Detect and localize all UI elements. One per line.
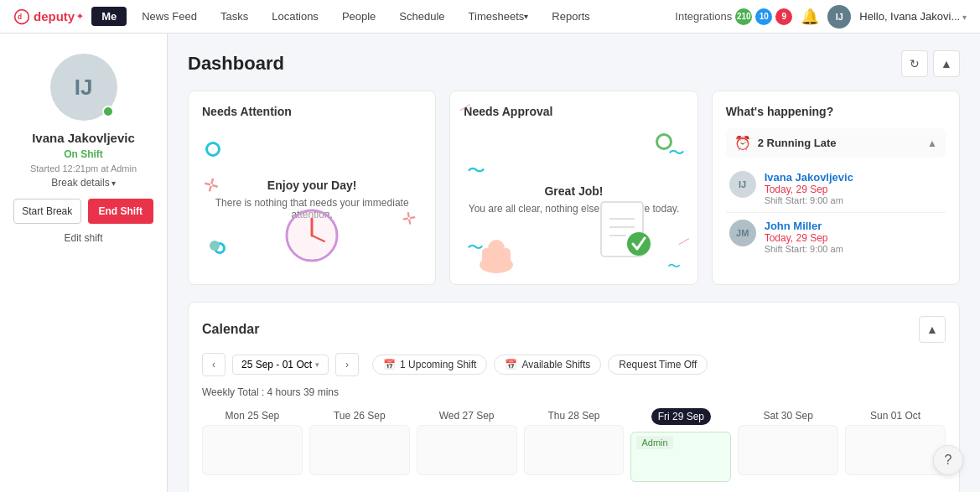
person-info-1: Ivana Jakovljevic Today, 29 Sep Shift St… bbox=[765, 171, 853, 205]
needs-approval-heading: Great Job! bbox=[544, 184, 603, 198]
start-break-button[interactable]: Start Break bbox=[13, 199, 81, 224]
cal-day-mon: Mon 25 Sep bbox=[202, 408, 303, 482]
online-indicator bbox=[102, 106, 114, 117]
logo[interactable]: d deputy ✦ bbox=[13, 8, 83, 25]
nav-people[interactable]: People bbox=[330, 0, 387, 34]
break-details-link[interactable]: Break details bbox=[51, 177, 115, 189]
shifts-icon: 📅 bbox=[505, 359, 517, 370]
logo-text: deputy bbox=[34, 9, 75, 23]
sidebar: IJ Ivana Jakovljevic On Shift Started 12… bbox=[0, 34, 168, 492]
cal-day-thu: Thu 28 Sep bbox=[524, 408, 625, 482]
clock-illustration bbox=[283, 206, 341, 267]
whats-happening-card: What's happening? ⏰ 2 Running Late ▲ IJ … bbox=[712, 91, 960, 285]
svg-point-10 bbox=[627, 232, 651, 256]
header-actions: ↻ ▲ bbox=[901, 50, 960, 77]
badge-blue: 10 bbox=[755, 8, 772, 25]
needs-approval-title: Needs Approval bbox=[464, 105, 683, 118]
person-name-1[interactable]: Ivana Jakovljevic bbox=[765, 171, 853, 184]
running-late-left: ⏰ 2 Running Late bbox=[734, 135, 837, 151]
person-row-2: JM John Miller Today, 29 Sep Shift Start… bbox=[726, 213, 946, 261]
person-avatar-1: IJ bbox=[729, 171, 756, 198]
upcoming-shift-pill[interactable]: 📅 1 Upcoming Shift bbox=[372, 355, 487, 375]
refresh-icon: ↻ bbox=[910, 57, 920, 70]
squiggle-2: 〜 bbox=[668, 142, 685, 164]
cal-day-sat-label: Sat 30 Sep bbox=[738, 408, 838, 422]
notification-icon[interactable]: 🔔 bbox=[801, 8, 819, 26]
cal-day-sun: Sun 01 Oct bbox=[845, 408, 946, 482]
nav-timesheets[interactable]: Timesheets bbox=[457, 0, 541, 34]
cal-day-sat: Sat 30 Sep bbox=[738, 408, 838, 482]
deco-dot bbox=[210, 241, 220, 251]
collapse-button[interactable]: ▲ bbox=[933, 50, 960, 77]
help-button[interactable]: ? bbox=[933, 445, 963, 475]
cal-day-wed-col bbox=[417, 425, 517, 475]
svg-rect-14 bbox=[502, 248, 511, 269]
person-shift-2: Shift Start: 9:00 am bbox=[765, 244, 843, 254]
avatar-wrap: IJ bbox=[50, 54, 117, 121]
edit-shift-link[interactable]: Edit shift bbox=[64, 232, 102, 244]
cal-day-fri: Fri 29 Sep Admin bbox=[630, 408, 731, 482]
running-late-people: IJ Ivana Jakovljevic Today, 29 Sep Shift… bbox=[726, 164, 946, 261]
running-late-label: 2 Running Late bbox=[758, 137, 837, 149]
svg-text:d: d bbox=[18, 13, 22, 21]
calendar-next-button[interactable]: › bbox=[335, 353, 359, 376]
approval-illustration bbox=[597, 198, 656, 267]
cards-row: Needs Attention ✛ ✛ bbox=[188, 91, 960, 285]
available-shifts-pill[interactable]: 📅 Available Shifts bbox=[494, 355, 601, 375]
deco-circle-1 bbox=[205, 142, 220, 157]
person-name-2[interactable]: John Miller bbox=[765, 220, 843, 232]
cal-day-sat-col bbox=[738, 425, 838, 475]
shift-started: Started 12:21pm at Admin bbox=[30, 163, 137, 173]
refresh-button[interactable]: ↻ bbox=[901, 50, 928, 77]
hand-illustration bbox=[475, 223, 517, 276]
person-info-2: John Miller Today, 29 Sep Shift Start: 9… bbox=[765, 220, 843, 254]
squiggle-4: 〜 bbox=[667, 258, 681, 276]
badge-green: 210 bbox=[735, 8, 752, 25]
cal-day-mon-label: Mon 25 Sep bbox=[202, 408, 303, 422]
running-late-header: ⏰ 2 Running Late ▲ bbox=[726, 128, 946, 158]
calendar-prev-button[interactable]: ‹ bbox=[202, 353, 226, 376]
needs-attention-title: Needs Attention bbox=[202, 105, 422, 118]
available-shifts-label: Available Shifts bbox=[521, 359, 590, 370]
calendar-grid: Mon 25 Sep Tue 26 Sep Wed 27 Sep bbox=[202, 408, 946, 482]
calendar-controls: ‹ 25 Sep - 01 Oct › 📅 1 Upcoming Shift 📅… bbox=[202, 353, 946, 376]
help-icon: ? bbox=[945, 453, 952, 468]
needs-attention-card: Needs Attention ✛ ✛ bbox=[188, 91, 436, 285]
request-time-off-button[interactable]: Request Time Off bbox=[608, 355, 708, 375]
cal-day-tue-col bbox=[309, 425, 410, 475]
cal-day-thu-label: Thu 28 Sep bbox=[524, 408, 625, 422]
running-late-collapse-icon[interactable]: ▲ bbox=[927, 137, 937, 149]
nav-locations[interactable]: Locations bbox=[260, 0, 330, 34]
squiggle-1: 〜 bbox=[467, 158, 485, 184]
calendar-icon: 📅 bbox=[383, 359, 396, 370]
person-date-2: Today, 29 Sep bbox=[765, 232, 843, 244]
calendar-collapse-button[interactable]: ▲ bbox=[919, 316, 946, 343]
calendar-pills: 📅 1 Upcoming Shift 📅 Available Shifts Re… bbox=[372, 355, 708, 375]
integrations-button[interactable]: Integrations 210 10 9 bbox=[675, 8, 792, 25]
nav-reports[interactable]: Reports bbox=[540, 0, 602, 34]
cal-day-sun-label: Sun 01 Oct bbox=[845, 408, 946, 422]
top-right: Integrations 210 10 9 🔔 IJ Hello, Ivana … bbox=[675, 5, 967, 28]
badge-red: 9 bbox=[775, 8, 792, 25]
calendar-title: Calendar bbox=[202, 322, 259, 337]
user-avatar-top: IJ bbox=[827, 5, 851, 28]
admin-badge: Admin bbox=[636, 436, 672, 449]
nav-schedule[interactable]: Schedule bbox=[387, 0, 456, 34]
me-button[interactable]: Me bbox=[91, 7, 127, 26]
dashboard-title: Dashboard bbox=[188, 53, 284, 75]
end-shift-button[interactable]: End Shift bbox=[88, 199, 154, 224]
cal-day-fri-col: Admin bbox=[630, 432, 731, 482]
nav-tasks[interactable]: Tasks bbox=[209, 0, 260, 34]
nav-newsfeed[interactable]: News Feed bbox=[130, 0, 209, 34]
svg-rect-13 bbox=[482, 248, 490, 269]
person-row-1: IJ Ivana Jakovljevic Today, 29 Sep Shift… bbox=[726, 164, 946, 213]
person-shift-1: Shift Start: 9:00 am bbox=[765, 195, 853, 205]
cal-day-tue: Tue 26 Sep bbox=[309, 408, 410, 482]
cal-day-wed: Wed 27 Sep bbox=[417, 408, 517, 482]
needs-approval-card: Needs Approval 〜 〜 〜 〜 bbox=[449, 91, 697, 285]
hello-text[interactable]: Hello, Ivana Jakovi... bbox=[859, 10, 967, 23]
calendar-section: Calendar ▲ ‹ 25 Sep - 01 Oct › 📅 1 Upcom… bbox=[188, 302, 960, 492]
dashboard-header: Dashboard ↻ ▲ bbox=[188, 50, 960, 77]
nav-links: News Feed Tasks Locations People Schedul… bbox=[130, 0, 602, 34]
calendar-date-range[interactable]: 25 Sep - 01 Oct bbox=[232, 355, 329, 375]
